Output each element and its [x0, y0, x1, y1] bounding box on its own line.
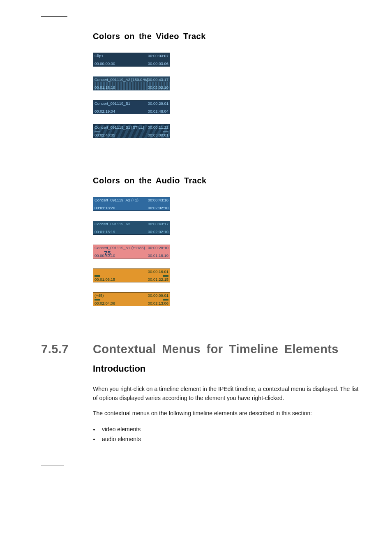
clip-out: 00:01:22:15 [148, 278, 168, 282]
list-item: audio elements [99, 435, 363, 444]
list-item: video elements [99, 425, 363, 435]
video-clip: Concert_091119_B1 00:00:29:01 00:02:19:0… [93, 100, 363, 114]
section-title: Contextual Menus for Timeline Elements [93, 342, 339, 356]
audio-clip: Concert_091119_A2 00:00:43:17 00:01:18:1… [93, 221, 363, 235]
clip-in: 00:01:18:20 [95, 206, 115, 210]
video-clip: Clip1 00:00:03:07 00:00:00:00 00:00:03:0… [93, 53, 363, 67]
section-heading-row: 7.5.7 Contextual Menus for Timeline Elem… [41, 342, 363, 356]
clip-duration: 00:00:16:01 [148, 270, 168, 274]
clip-in: 00:02:04:06 [95, 301, 115, 305]
clip-name: Clip1 [95, 54, 104, 58]
intro-paragraph: When you right-click on a timeline eleme… [93, 385, 363, 402]
intro-paragraph: The contextual menus on the following ti… [93, 409, 363, 418]
clip-offset: (+45) [95, 294, 104, 298]
clip-in: 00:02:48:05 [95, 133, 115, 137]
handle-icon [163, 131, 168, 132]
clip-in: 00:01:18:19 [95, 86, 115, 90]
clip-duration: 00:00:28:10 [148, 246, 168, 250]
audio-clip: Concert_091119_A2 (+1) 00:00:43:16 00:01… [93, 197, 363, 211]
clip-out: 00:02:13:06 [148, 301, 168, 305]
audio-clip: (+45) 00:00:09:01 00:02:04:06 00:02:13:0… [93, 292, 363, 306]
clip-name: Concert_091119_A2 [150.0 %] [95, 78, 148, 82]
clip-duration: 00:00:43:16 [148, 198, 168, 202]
intro-bullet-list: video elements audio elements [93, 425, 363, 444]
clip-in: 00:00:00:00 [95, 62, 115, 66]
clip-duration: 00:00:43:17 [148, 222, 168, 226]
clip-name: Concert_091119_A2 [95, 222, 130, 226]
bottom-rule [41, 465, 64, 465]
handle-icon [95, 299, 100, 301]
clip-out: 00:02:02:10 [148, 86, 168, 90]
clip-duration: 00:00:29:01 [148, 102, 168, 106]
section-body: Introduction When you right-click on a t… [93, 363, 363, 444]
handle-icon [95, 131, 100, 132]
document-page: Colors on the Video Track Clip1 00:00:03… [0, 0, 392, 490]
clip-in: 00:01:18:19 [95, 230, 115, 234]
clip-out: 00:03:00:01 [148, 133, 168, 137]
intro-heading: Introduction [93, 363, 363, 374]
clip-duration: 00:00:11:22 [148, 125, 168, 130]
clip-name: Concert_091119_B1 [95, 102, 130, 106]
handle-icon [163, 299, 168, 301]
clip-in: 00:00:50:10 [95, 254, 115, 258]
clip-in: 00:02:19:04 [95, 109, 115, 113]
clip-name: Concert_091119_B1 [STILL] [95, 125, 144, 130]
content-column: Colors on the Video Track Clip1 00:00:03… [93, 32, 363, 306]
clip-out: 00:02:02:10 [148, 206, 168, 210]
clip-out: 00:02:48:04 [148, 109, 168, 113]
handle-icon [163, 275, 168, 277]
audio-track-heading: Colors on the Audio Track [93, 176, 363, 185]
clip-out: 00:00:03:06 [148, 62, 168, 66]
top-rule [41, 16, 67, 17]
audio-clip: 00:00:16:01 00:01:06:15 00:01:22:15 [93, 268, 363, 282]
clip-out: 00:02:02:10 [148, 230, 168, 234]
handle-icon [95, 275, 100, 277]
clip-out: 00:01:18:19 [148, 254, 168, 258]
video-clip: Concert_091119_A2 [150.0 %] 00:00:43:17 … [93, 76, 363, 90]
clip-name: Concert_091119_A1 (+1185) [95, 246, 145, 250]
clip-duration: 00:00:09:01 [148, 294, 168, 298]
video-track-heading: Colors on the Video Track [93, 32, 363, 41]
clip-in: 00:01:06:15 [95, 278, 115, 282]
video-clip: Concert_091119_B1 [STILL] 00:00:11:22 00… [93, 124, 363, 138]
section-number: 7.5.7 [41, 342, 93, 356]
audio-clip: Concert_091119_A1 (+1185) 00:00:28:10 75… [93, 245, 363, 259]
clip-duration: 00:00:43:17 [148, 78, 168, 82]
clip-name: Concert_091119_A2 (+1) [95, 198, 138, 202]
clip-duration: 00:00:03:07 [148, 54, 168, 58]
